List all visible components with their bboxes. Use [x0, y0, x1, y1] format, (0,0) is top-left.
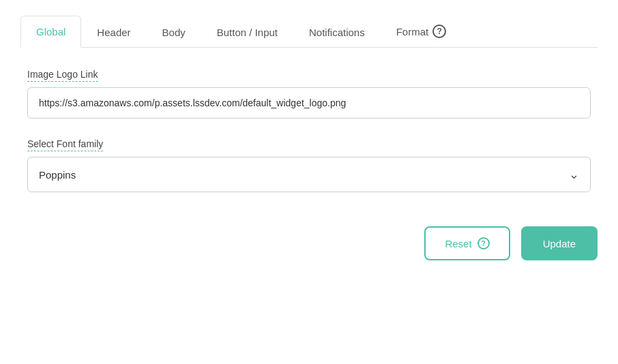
- format-help-icon: ?: [432, 25, 446, 38]
- update-button[interactable]: Update: [521, 226, 598, 260]
- reset-label: Reset: [445, 238, 471, 249]
- tab-button-input[interactable]: Button / Input: [201, 16, 293, 48]
- tab-body[interactable]: Body: [147, 16, 201, 48]
- tab-header[interactable]: Header: [81, 16, 146, 48]
- font-family-select-wrapper: Poppins ⌄: [27, 157, 591, 192]
- buttons-row: Reset ? Update: [20, 226, 598, 260]
- form-section: Image Logo Link Select Font family Poppi…: [20, 68, 598, 192]
- image-logo-link-label: Image Logo Link: [27, 69, 98, 82]
- tab-global[interactable]: Global: [20, 16, 81, 48]
- select-font-family-label: Select Font family: [27, 138, 103, 151]
- font-family-value: Poppins: [39, 169, 76, 181]
- reset-button[interactable]: Reset ?: [424, 226, 510, 260]
- image-logo-link-group: Image Logo Link: [27, 68, 591, 119]
- tab-notifications[interactable]: Notifications: [293, 16, 381, 48]
- tabs-container: Global Header Body Button / Input Notifi…: [20, 14, 598, 48]
- font-family-select[interactable]: Poppins ⌄: [27, 157, 591, 192]
- select-font-family-group: Select Font family Poppins ⌄: [27, 138, 591, 192]
- chevron-down-icon: ⌄: [569, 167, 579, 182]
- tab-format-label: Format: [396, 26, 429, 37]
- image-logo-link-input[interactable]: [27, 87, 591, 119]
- page-container: Global Header Body Button / Input Notifi…: [0, 0, 618, 364]
- reset-help-icon: ?: [477, 237, 490, 249]
- tab-format[interactable]: Format ?: [381, 14, 462, 48]
